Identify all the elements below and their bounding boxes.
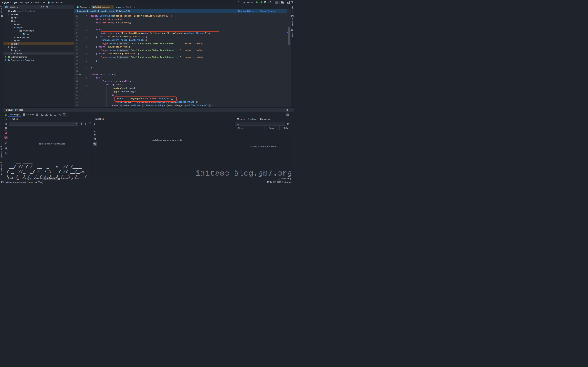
svg-text:C: C bbox=[48, 2, 49, 3]
